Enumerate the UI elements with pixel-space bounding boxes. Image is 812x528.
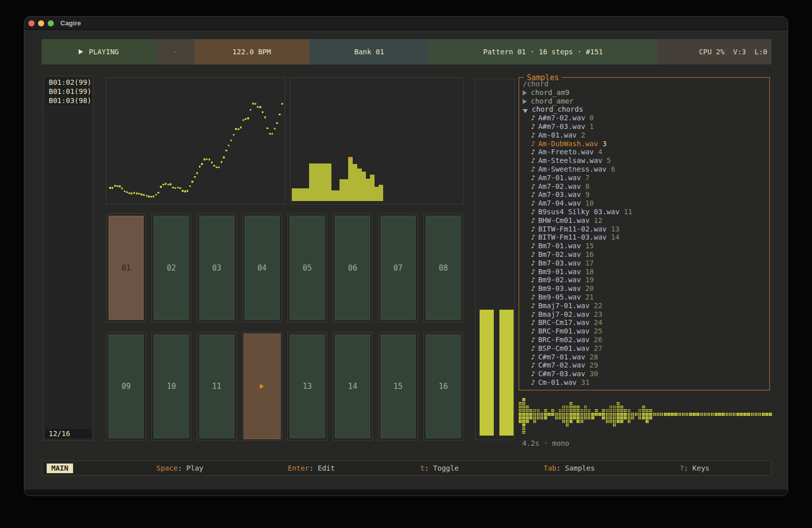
sample-file-row[interactable]: ♪Bmaj7-02.wav 23	[519, 310, 769, 319]
waveform-cell	[526, 420, 527, 421]
music-note-icon: ♪	[531, 140, 535, 148]
sample-file-row[interactable]: ♪C#m7-03.wav 30	[519, 370, 769, 378]
sample-file-row[interactable]: ♪A#m7-02.wav 0	[519, 114, 769, 122]
topbar-segment-pattern[interactable]: Pattern 01 · 16 steps · #151	[429, 39, 657, 64]
sample-file-name: Am7-01.wav	[538, 174, 581, 182]
sample-file-row[interactable]: ♪BITW-Fm11-03.wav 14	[519, 233, 769, 242]
pad-07[interactable]: 07	[378, 213, 418, 322]
music-note-icon: ♪	[531, 156, 535, 164]
pad-13[interactable]: 13	[287, 332, 327, 441]
waveform-cell	[628, 420, 629, 421]
sample-file-row[interactable]: ♪Bm9-03.wav 20	[519, 284, 769, 293]
pad-15[interactable]: 15	[378, 332, 418, 441]
samples-dir-chord_chords[interactable]: chord_chords	[519, 105, 769, 114]
pad-05[interactable]: 05	[287, 213, 327, 322]
sample-file-row[interactable]: ♪Am7-01.wav 7	[519, 174, 769, 182]
sample-file-row[interactable]: ♪C#m7-02.wav 29	[519, 361, 769, 370]
waveform-cell	[747, 413, 749, 414]
sample-file-row[interactable]: ♪Bmaj7-01.wav 22	[519, 302, 769, 310]
sample-file-row[interactable]: ♪BSP-Cm01.wav 27	[519, 344, 769, 353]
sample-file-row[interactable]: ♪Bm9-01.wav 18	[519, 268, 769, 276]
waveform-cell	[628, 409, 629, 411]
sample-file-row[interactable]: ♪BRC-Cm17.wav 24	[519, 318, 769, 327]
sample-file-row[interactable]: ♪Am7-04.wav 10	[519, 199, 769, 208]
pad-16[interactable]: 16	[423, 332, 463, 441]
vu-meter-panel	[475, 79, 515, 440]
sample-file-name: Am-Freeto.wav	[538, 148, 594, 156]
close-button-icon[interactable]	[28, 20, 35, 26]
sample-file-row[interactable]: ♪BHW-Cm01.wav 12	[519, 216, 769, 225]
pad-08[interactable]: 08	[423, 213, 463, 322]
sample-file-row[interactable]: ♪Am-Freeto.wav 4	[519, 148, 769, 156]
waveform-cell	[602, 409, 603, 411]
pad-label: 03	[212, 263, 221, 273]
sample-file-row[interactable]: ♪Am-DubWash.wav 3	[519, 140, 769, 148]
pad-11[interactable]: 11	[197, 332, 237, 441]
pad-10[interactable]: 10	[151, 332, 191, 441]
sample-file-row[interactable]: ♪Bm9-05.wav 21	[519, 293, 769, 302]
sample-file-name: Bm7-01.wav	[538, 242, 581, 250]
chevron-down-icon	[523, 109, 528, 113]
voice-list-item[interactable]: B01:02(99)	[45, 78, 91, 87]
samples-dir-chord_am9[interactable]: chord_am9	[519, 88, 769, 97]
sample-file-row[interactable]: ♪BRC-Fm02.wav 26	[519, 336, 769, 344]
topbar-segment-beat[interactable]: ·	[156, 39, 194, 64]
pad-label: 16	[438, 382, 448, 391]
scatter-point	[233, 134, 235, 136]
sample-file-name: Am-01.wav	[538, 131, 577, 139]
scatter-point	[262, 111, 264, 113]
sample-file-row[interactable]: ♪Am7-02.wav 8	[519, 182, 769, 191]
sample-file-index: 19	[581, 276, 594, 284]
pad-14[interactable]: 14	[332, 332, 373, 441]
pad-surface: 16	[426, 335, 461, 438]
voice-list-item[interactable]: B01:01(99)	[45, 87, 91, 96]
sample-file-row[interactable]: ♪BRC-Fm01.wav 25	[519, 327, 769, 336]
waveform-cell	[755, 413, 756, 414]
minimize-button-icon[interactable]	[38, 20, 44, 26]
sample-file-row[interactable]: ♪Am7-03.wav 9	[519, 190, 769, 199]
pad-09[interactable]: 09	[106, 332, 146, 441]
voice-list-item[interactable]: B01:03(98)	[45, 96, 91, 105]
topbar-segment-system[interactable]: CPU 2% V:3 L:0	[657, 39, 771, 64]
pad-04[interactable]: 04	[242, 213, 282, 322]
waveform-cell	[573, 416, 574, 418]
topbar-segment-label: ·	[173, 48, 177, 56]
sample-file-row[interactable]: ♪Bm7-02.wav 16	[519, 250, 769, 259]
pad-12[interactable]	[242, 332, 282, 441]
sample-file-row[interactable]: ♪Bm9-02.wav 19	[519, 276, 769, 284]
zoom-button-icon[interactable]	[48, 20, 54, 26]
topbar-segment-bank[interactable]: Bank 01	[309, 39, 429, 64]
samples-path-label: /chord	[523, 80, 549, 88]
waveform-cell	[620, 416, 622, 418]
pad-02[interactable]: 02	[151, 213, 191, 322]
topbar-segment-bpm[interactable]: 122.0 BPM	[194, 39, 309, 64]
sample-file-row[interactable]: ♪C#m7-01.wav 28	[519, 353, 769, 361]
sample-file-row[interactable]: ♪Cm-01.wav 31	[519, 378, 769, 387]
transport-bar: PLAYING·122.0 BPMBank 01Pattern 01 · 16 …	[42, 39, 771, 64]
sample-file-row[interactable]: ♪Am-Steelsaw.wav 5	[519, 156, 769, 165]
pad-label: 01	[121, 263, 130, 273]
sample-file-name: A#m7-02.wav	[538, 114, 585, 122]
sample-file-row[interactable]: ♪B9sus4 Silky 03.wav 11	[519, 208, 769, 216]
sample-file-row[interactable]: ♪Bm7-01.wav 15	[519, 242, 769, 250]
waveform-cell	[646, 409, 647, 411]
pad-01[interactable]: 01	[106, 213, 146, 322]
sample-file-row[interactable]: ♪Am-Sweetness.wav 6	[519, 165, 769, 174]
sample-file-row[interactable]: ♪BITW-Fm11-02.wav 13	[519, 225, 769, 234]
waveform-cell	[736, 413, 738, 414]
sample-file-index: 3	[598, 140, 606, 148]
sample-file-row[interactable]: ♪A#m7-03.wav 1	[519, 122, 769, 131]
topbar-segment-transport[interactable]: PLAYING	[42, 39, 156, 64]
play-icon	[260, 384, 264, 389]
pad-03[interactable]: 03	[197, 213, 237, 322]
pad-06[interactable]: 06	[332, 213, 373, 322]
waveform-cell	[566, 420, 567, 421]
samples-dir-chord_amer[interactable]: chord_amer	[519, 97, 769, 106]
sample-file-name: BRC-Cm17.wav	[538, 318, 589, 326]
waveform-cell	[577, 420, 578, 421]
sample-file-name: Bm9-03.wav	[538, 284, 581, 292]
sample-file-row[interactable]: ♪Am-01.wav 2	[519, 131, 769, 140]
waveform-cell	[664, 413, 665, 414]
scatter-point	[221, 161, 223, 163]
sample-file-row[interactable]: ♪Bm7-03.wav 17	[519, 259, 769, 268]
